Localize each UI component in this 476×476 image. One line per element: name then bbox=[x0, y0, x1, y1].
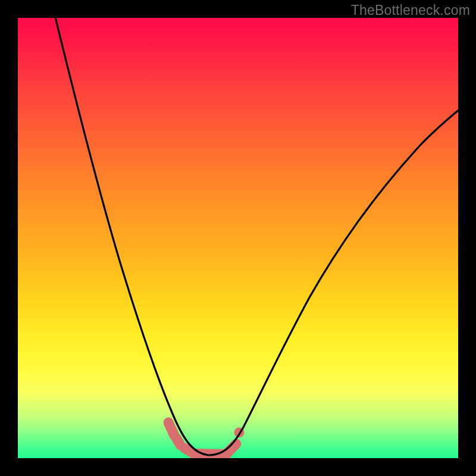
bottleneck-curve bbox=[55, 18, 458, 455]
svg-line-1 bbox=[176, 438, 180, 445]
svg-line-0 bbox=[168, 422, 174, 436]
watermark-label: TheBottleneck.com bbox=[351, 2, 470, 18]
plot-area bbox=[18, 18, 458, 458]
chart-frame: TheBottleneck.com bbox=[0, 0, 476, 476]
curve-svg bbox=[18, 18, 458, 458]
